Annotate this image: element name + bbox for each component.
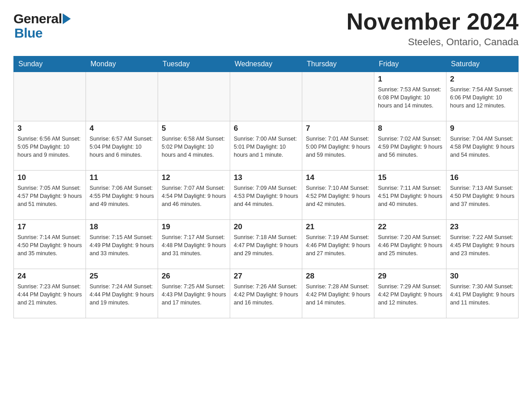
day-info: Sunrise: 7:06 AM Sunset: 4:55 PM Dayligh… bbox=[90, 184, 154, 208]
day-info: Sunrise: 7:01 AM Sunset: 5:00 PM Dayligh… bbox=[306, 135, 370, 159]
day-info: Sunrise: 7:26 AM Sunset: 4:42 PM Dayligh… bbox=[234, 283, 298, 307]
calendar-cell: 23Sunrise: 7:22 AM Sunset: 4:45 PM Dayli… bbox=[446, 220, 519, 269]
day-number: 14 bbox=[306, 173, 370, 182]
day-number: 16 bbox=[450, 173, 515, 182]
calendar-cell: 27Sunrise: 7:26 AM Sunset: 4:42 PM Dayli… bbox=[230, 269, 302, 318]
day-number: 3 bbox=[17, 124, 82, 133]
day-info: Sunrise: 7:07 AM Sunset: 4:54 PM Dayligh… bbox=[162, 184, 226, 208]
column-header-monday: Monday bbox=[86, 56, 158, 72]
day-number: 2 bbox=[450, 75, 515, 84]
day-info: Sunrise: 7:22 AM Sunset: 4:45 PM Dayligh… bbox=[450, 233, 515, 257]
day-info: Sunrise: 6:56 AM Sunset: 5:05 PM Dayligh… bbox=[17, 135, 82, 159]
day-info: Sunrise: 7:29 AM Sunset: 4:42 PM Dayligh… bbox=[378, 283, 442, 307]
day-number: 22 bbox=[378, 223, 442, 231]
calendar-week-row: 1Sunrise: 7:53 AM Sunset: 6:08 PM Daylig… bbox=[14, 72, 519, 121]
calendar-week-row: 10Sunrise: 7:05 AM Sunset: 4:57 PM Dayli… bbox=[14, 171, 519, 220]
day-info: Sunrise: 7:14 AM Sunset: 4:50 PM Dayligh… bbox=[17, 233, 82, 257]
calendar-cell: 17Sunrise: 7:14 AM Sunset: 4:50 PM Dayli… bbox=[14, 220, 86, 269]
day-info: Sunrise: 7:25 AM Sunset: 4:43 PM Dayligh… bbox=[162, 283, 226, 307]
day-info: Sunrise: 7:24 AM Sunset: 4:44 PM Dayligh… bbox=[90, 283, 154, 307]
day-number: 5 bbox=[162, 124, 226, 133]
calendar-cell: 16Sunrise: 7:13 AM Sunset: 4:50 PM Dayli… bbox=[446, 171, 519, 220]
day-info: Sunrise: 7:04 AM Sunset: 4:58 PM Dayligh… bbox=[450, 135, 515, 159]
calendar-header-row: SundayMondayTuesdayWednesdayThursdayFrid… bbox=[14, 56, 519, 72]
calendar-table: SundayMondayTuesdayWednesdayThursdayFrid… bbox=[13, 56, 519, 318]
day-number: 19 bbox=[162, 223, 226, 231]
day-number: 7 bbox=[306, 124, 370, 133]
logo-top: General bbox=[13, 11, 71, 26]
day-number: 25 bbox=[90, 272, 154, 281]
month-title: November 2024 bbox=[347, 9, 519, 34]
calendar-cell: 3Sunrise: 6:56 AM Sunset: 5:05 PM Daylig… bbox=[14, 121, 86, 171]
day-info: Sunrise: 7:54 AM Sunset: 6:06 PM Dayligh… bbox=[450, 86, 515, 110]
column-header-thursday: Thursday bbox=[302, 56, 374, 72]
calendar-cell: 1Sunrise: 7:53 AM Sunset: 6:08 PM Daylig… bbox=[374, 72, 446, 121]
calendar-week-row: 24Sunrise: 7:23 AM Sunset: 4:44 PM Dayli… bbox=[14, 269, 519, 318]
calendar-cell bbox=[230, 72, 302, 121]
day-info: Sunrise: 7:00 AM Sunset: 5:01 PM Dayligh… bbox=[234, 135, 298, 159]
column-header-saturday: Saturday bbox=[446, 56, 519, 72]
day-number: 28 bbox=[306, 272, 370, 281]
calendar-cell: 20Sunrise: 7:18 AM Sunset: 4:47 PM Dayli… bbox=[230, 220, 302, 269]
day-info: Sunrise: 7:15 AM Sunset: 4:49 PM Dayligh… bbox=[90, 233, 154, 257]
day-number: 21 bbox=[306, 223, 370, 231]
calendar-cell: 9Sunrise: 7:04 AM Sunset: 4:58 PM Daylig… bbox=[446, 121, 519, 171]
day-number: 15 bbox=[378, 173, 442, 182]
calendar-cell: 8Sunrise: 7:02 AM Sunset: 4:59 PM Daylig… bbox=[374, 121, 446, 171]
calendar-cell: 25Sunrise: 7:24 AM Sunset: 4:44 PM Dayli… bbox=[86, 269, 158, 318]
calendar-cell: 12Sunrise: 7:07 AM Sunset: 4:54 PM Dayli… bbox=[158, 171, 230, 220]
logo-triangle-icon bbox=[63, 13, 71, 24]
day-info: Sunrise: 7:19 AM Sunset: 4:46 PM Dayligh… bbox=[306, 233, 370, 257]
calendar-week-row: 3Sunrise: 6:56 AM Sunset: 5:05 PM Daylig… bbox=[14, 121, 519, 171]
day-info: Sunrise: 7:09 AM Sunset: 4:53 PM Dayligh… bbox=[234, 184, 298, 208]
day-number: 4 bbox=[90, 124, 154, 133]
calendar-cell bbox=[158, 72, 230, 121]
calendar-cell: 7Sunrise: 7:01 AM Sunset: 5:00 PM Daylig… bbox=[302, 121, 374, 171]
calendar-cell: 21Sunrise: 7:19 AM Sunset: 4:46 PM Dayli… bbox=[302, 220, 374, 269]
day-number: 13 bbox=[234, 173, 298, 182]
calendar-cell: 2Sunrise: 7:54 AM Sunset: 6:06 PM Daylig… bbox=[446, 72, 519, 121]
calendar-cell: 30Sunrise: 7:30 AM Sunset: 4:41 PM Dayli… bbox=[446, 269, 519, 318]
calendar-cell: 4Sunrise: 6:57 AM Sunset: 5:04 PM Daylig… bbox=[86, 121, 158, 171]
calendar-cell: 29Sunrise: 7:29 AM Sunset: 4:42 PM Dayli… bbox=[374, 269, 446, 318]
calendar-cell: 15Sunrise: 7:11 AM Sunset: 4:51 PM Dayli… bbox=[374, 171, 446, 220]
day-number: 17 bbox=[17, 223, 82, 231]
day-info: Sunrise: 7:23 AM Sunset: 4:44 PM Dayligh… bbox=[17, 283, 82, 307]
day-number: 27 bbox=[234, 272, 298, 281]
day-number: 26 bbox=[162, 272, 226, 281]
calendar-cell: 6Sunrise: 7:00 AM Sunset: 5:01 PM Daylig… bbox=[230, 121, 302, 171]
column-header-sunday: Sunday bbox=[14, 56, 86, 72]
day-number: 18 bbox=[90, 223, 154, 231]
day-number: 24 bbox=[17, 272, 82, 281]
title-area: November 2024 Steeles, Ontario, Canada bbox=[347, 9, 519, 48]
page-header: General Blue November 2024 Steeles, Onta… bbox=[13, 9, 519, 48]
day-number: 12 bbox=[162, 173, 226, 182]
day-info: Sunrise: 7:30 AM Sunset: 4:41 PM Dayligh… bbox=[450, 283, 515, 307]
day-info: Sunrise: 7:02 AM Sunset: 4:59 PM Dayligh… bbox=[378, 135, 442, 159]
logo-area: General Blue bbox=[13, 9, 71, 40]
day-info: Sunrise: 7:05 AM Sunset: 4:57 PM Dayligh… bbox=[17, 184, 82, 208]
calendar-cell: 19Sunrise: 7:17 AM Sunset: 4:48 PM Dayli… bbox=[158, 220, 230, 269]
day-info: Sunrise: 7:28 AM Sunset: 4:42 PM Dayligh… bbox=[306, 283, 370, 307]
day-number: 6 bbox=[234, 124, 298, 133]
calendar-cell: 14Sunrise: 7:10 AM Sunset: 4:52 PM Dayli… bbox=[302, 171, 374, 220]
calendar-cell: 24Sunrise: 7:23 AM Sunset: 4:44 PM Dayli… bbox=[14, 269, 86, 318]
calendar-cell: 13Sunrise: 7:09 AM Sunset: 4:53 PM Dayli… bbox=[230, 171, 302, 220]
column-header-tuesday: Tuesday bbox=[158, 56, 230, 72]
column-header-friday: Friday bbox=[374, 56, 446, 72]
day-number: 10 bbox=[17, 173, 82, 182]
calendar-cell: 28Sunrise: 7:28 AM Sunset: 4:42 PM Dayli… bbox=[302, 269, 374, 318]
day-number: 29 bbox=[378, 272, 442, 281]
day-number: 1 bbox=[378, 75, 442, 84]
location-title: Steeles, Ontario, Canada bbox=[347, 36, 519, 48]
day-number: 8 bbox=[378, 124, 442, 133]
calendar-cell: 11Sunrise: 7:06 AM Sunset: 4:55 PM Dayli… bbox=[86, 171, 158, 220]
day-info: Sunrise: 7:13 AM Sunset: 4:50 PM Dayligh… bbox=[450, 184, 515, 208]
day-info: Sunrise: 7:20 AM Sunset: 4:46 PM Dayligh… bbox=[378, 233, 442, 257]
calendar-cell bbox=[302, 72, 374, 121]
day-info: Sunrise: 7:53 AM Sunset: 6:08 PM Dayligh… bbox=[378, 86, 442, 110]
calendar-cell: 10Sunrise: 7:05 AM Sunset: 4:57 PM Dayli… bbox=[14, 171, 86, 220]
calendar-cell: 18Sunrise: 7:15 AM Sunset: 4:49 PM Dayli… bbox=[86, 220, 158, 269]
day-info: Sunrise: 7:17 AM Sunset: 4:48 PM Dayligh… bbox=[162, 233, 226, 257]
day-info: Sunrise: 7:11 AM Sunset: 4:51 PM Dayligh… bbox=[378, 184, 442, 208]
